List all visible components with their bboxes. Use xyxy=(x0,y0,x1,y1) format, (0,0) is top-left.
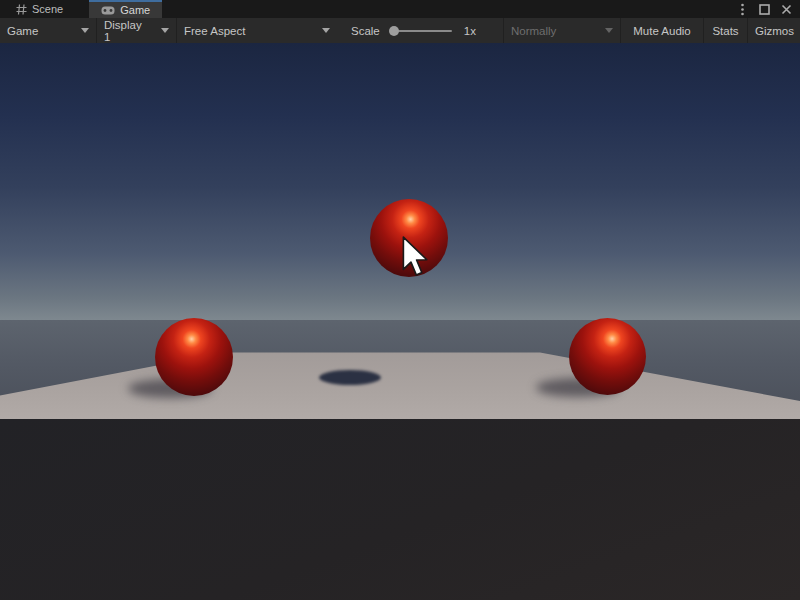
game-mode-dropdown[interactable]: Game xyxy=(0,18,96,43)
stats-label: Stats xyxy=(712,25,738,37)
grid-icon xyxy=(16,4,27,15)
sky-gradient xyxy=(0,43,800,320)
scale-control: Scale 1x xyxy=(345,18,482,43)
near-ground xyxy=(0,418,800,600)
chevron-down-icon xyxy=(161,28,169,33)
display-dropdown[interactable]: Display 1 xyxy=(96,18,176,43)
display-dropdown-label: Display 1 xyxy=(104,19,151,43)
mute-audio-label: Mute Audio xyxy=(633,25,691,37)
aspect-ratio-dropdown-label: Free Aspect xyxy=(184,25,245,37)
tab-game[interactable]: Game xyxy=(89,0,162,18)
play-mode-dropdown[interactable]: Normally xyxy=(503,18,620,43)
gizmos-dropdown[interactable]: Gizmos xyxy=(747,18,800,43)
chevron-down-icon xyxy=(322,28,330,33)
scale-label: Scale xyxy=(351,25,380,37)
tab-scene-label: Scene xyxy=(32,3,63,15)
aspect-ratio-dropdown[interactable]: Free Aspect xyxy=(176,18,337,43)
chevron-down-icon xyxy=(81,28,89,33)
scale-value: 1x xyxy=(464,25,476,37)
mouse-cursor-icon xyxy=(401,236,431,286)
shadow-floating-sphere xyxy=(319,370,381,385)
toolbar-right-group: Normally Mute Audio Stats Gizmos xyxy=(503,18,800,43)
close-icon[interactable] xyxy=(780,2,792,16)
scale-slider-thumb[interactable] xyxy=(389,26,399,36)
game-view-toolbar: Game Display 1 Free Aspect Scale 1x Norm… xyxy=(0,18,800,43)
stats-button[interactable]: Stats xyxy=(703,18,747,43)
mute-audio-button[interactable]: Mute Audio xyxy=(620,18,703,43)
tab-scene[interactable]: Scene xyxy=(4,0,75,18)
gamepad-icon xyxy=(101,6,115,15)
red-sphere-left[interactable] xyxy=(155,318,233,396)
tab-game-label: Game xyxy=(120,4,150,16)
maximize-icon[interactable] xyxy=(758,2,770,16)
game-mode-dropdown-label: Game xyxy=(7,25,38,37)
chevron-down-icon xyxy=(605,28,613,33)
kebab-menu-icon[interactable] xyxy=(736,2,748,16)
editor-tab-bar: Scene Game xyxy=(0,0,800,18)
red-sphere-right[interactable] xyxy=(569,318,646,395)
play-mode-dropdown-label: Normally xyxy=(511,25,556,37)
gizmos-label: Gizmos xyxy=(755,25,794,37)
scale-slider[interactable] xyxy=(390,30,452,32)
game-viewport[interactable] xyxy=(0,43,800,600)
window-controls xyxy=(736,0,800,18)
